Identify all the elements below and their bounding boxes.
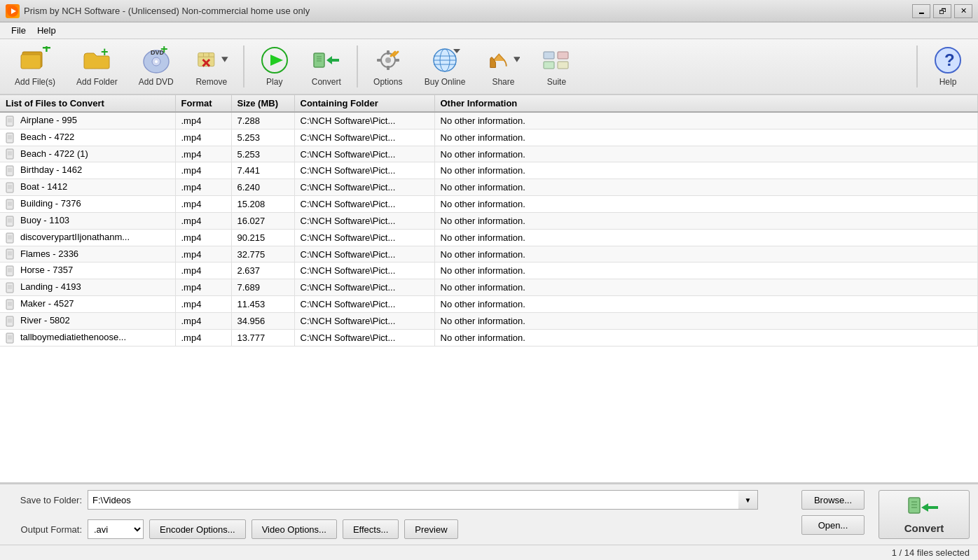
svg-rect-20	[314, 53, 324, 67]
file-list-container[interactable]: List of Files to Convert Format Size (MB…	[0, 95, 978, 483]
add-folder-button[interactable]: + Add Folder	[67, 43, 127, 90]
encoder-options-button[interactable]: Encoder Options...	[149, 519, 246, 539]
table-row[interactable]: Building - 7376.mp415.208C:\NCH Software…	[0, 196, 978, 213]
svg-text:+: +	[101, 46, 109, 59]
table-row[interactable]: Beach - 4722 (1).mp45.253C:\NCH Software…	[0, 146, 978, 162]
add-dvd-button[interactable]: DVD + Add DVD	[130, 43, 183, 90]
table-row[interactable]: Landing - 4193.mp47.689C:\NCH Software\P…	[0, 279, 978, 296]
svg-marker-19	[270, 55, 283, 66]
cell-format: .mp4	[175, 262, 231, 279]
help-label: Help	[939, 77, 957, 87]
save-folder-label: Save to Folder:	[8, 495, 82, 505]
file-icon	[6, 232, 18, 242]
cell-info: No other information.	[434, 179, 978, 196]
cell-size: 6.240	[231, 179, 294, 196]
cell-folder: C:\NCH Software\Pict...	[294, 296, 434, 313]
save-folder-input[interactable]	[88, 490, 758, 510]
add-files-button[interactable]: + Add File(s)	[6, 43, 64, 90]
cell-name: Maker - 4527	[0, 296, 175, 313]
suite-icon	[541, 46, 572, 74]
cell-size: 5.253	[231, 129, 294, 146]
table-row[interactable]: Birthday - 1462.mp47.441C:\NCH Software\…	[0, 162, 978, 179]
table-row[interactable]: Beach - 4722.mp45.253C:\NCH Software\Pic…	[0, 129, 978, 146]
cell-format: .mp4	[175, 279, 231, 296]
app-title: Prism by NCH Software - (Unlicensed) Non…	[24, 6, 310, 16]
svg-text:+: +	[42, 46, 50, 57]
cell-folder: C:\NCH Software\Pict...	[294, 329, 434, 346]
svg-rect-54	[6, 149, 13, 159]
status-bar: 1 / 14 files selected	[0, 545, 978, 560]
close-button[interactable]: ✕	[954, 4, 972, 18]
table-row[interactable]: Buoy - 1103.mp416.027C:\NCH Software\Pic…	[0, 212, 978, 229]
cell-size: 32.775	[231, 246, 294, 262]
main-area: List of Files to Convert Format Size (MB…	[0, 95, 978, 545]
cell-name: Horse - 7357	[0, 262, 175, 279]
table-row[interactable]: Flames - 2336.mp432.775C:\NCH Software\P…	[0, 246, 978, 262]
suite-button[interactable]: Suite	[532, 43, 581, 90]
folder-dropdown-button[interactable]: ▼	[738, 490, 758, 510]
col-name: List of Files to Convert	[0, 95, 175, 112]
preview-button[interactable]: Preview	[404, 519, 457, 539]
cell-format: .mp4	[175, 229, 231, 246]
svg-rect-40	[544, 52, 554, 59]
svg-rect-43	[558, 62, 568, 69]
file-icon	[6, 132, 18, 142]
remove-button[interactable]: Remove	[186, 43, 237, 90]
cell-format: .mp4	[175, 329, 231, 346]
share-button[interactable]: Share	[477, 43, 529, 90]
convert-large-button[interactable]: Convert	[879, 490, 970, 539]
buy-online-icon	[429, 46, 460, 74]
help-button[interactable]: ? Help	[923, 43, 972, 90]
file-icon	[6, 216, 18, 225]
cell-name: Landing - 4193	[0, 279, 175, 296]
window-controls: 🗕 🗗 ✕	[912, 4, 972, 18]
cell-format: .mp4	[175, 146, 231, 162]
cell-folder: C:\NCH Software\Pict...	[294, 129, 434, 146]
svg-rect-58	[6, 166, 13, 176]
cell-folder: C:\NCH Software\Pict...	[294, 229, 434, 246]
table-row[interactable]: discoverypartIIjonathanm....mp490.215C:\…	[0, 229, 978, 246]
convert-toolbar-label: Convert	[312, 77, 341, 87]
status-text: 1 / 14 files selected	[892, 547, 970, 558]
cell-name: Airplane - 995	[0, 112, 175, 129]
add-dvd-icon: DVD +	[141, 46, 172, 74]
table-row[interactable]: Maker - 4527.mp411.453C:\NCH Software\Pi…	[0, 296, 978, 313]
table-row[interactable]: Airplane - 995.mp47.288C:\NCH Software\P…	[0, 112, 978, 129]
cell-info: No other information.	[434, 246, 978, 262]
table-row[interactable]: Horse - 7357.mp42.637C:\NCH Software\Pic…	[0, 262, 978, 279]
cell-folder: C:\NCH Software\Pict...	[294, 262, 434, 279]
output-format-select[interactable]: .avi .mp4 .mov .mkv .wmv .flv .mpeg	[88, 519, 144, 539]
table-row[interactable]: River - 5802.mp434.956C:\NCH Software\Pi…	[0, 312, 978, 329]
browse-button[interactable]: Browse...	[801, 490, 865, 510]
menu-help[interactable]: Help	[32, 24, 62, 37]
svg-rect-78	[6, 249, 13, 259]
play-button[interactable]: Play	[250, 43, 299, 90]
svg-point-26	[385, 57, 391, 63]
convert-toolbar-button[interactable]: Convert	[302, 43, 351, 90]
cell-format: .mp4	[175, 112, 231, 129]
cell-format: .mp4	[175, 246, 231, 262]
menu-file[interactable]: File	[6, 24, 32, 37]
svg-rect-82	[6, 266, 13, 276]
separator-1	[243, 46, 245, 88]
video-options-button[interactable]: Video Options...	[252, 519, 337, 539]
effects-button[interactable]: Effects...	[343, 519, 399, 539]
svg-rect-50	[6, 133, 13, 143]
cell-info: No other information.	[434, 112, 978, 129]
options-button[interactable]: Options	[364, 43, 413, 90]
col-size: Size (MB)	[231, 95, 294, 112]
separator-2	[357, 46, 358, 88]
restore-button[interactable]: 🗗	[933, 4, 951, 18]
open-button[interactable]: Open...	[801, 515, 865, 535]
svg-text:?: ?	[944, 50, 955, 69]
minimize-button[interactable]: 🗕	[912, 4, 930, 18]
buy-online-button[interactable]: Buy Online	[415, 43, 475, 90]
table-row[interactable]: Boat - 1412.mp46.240C:\NCH Software\Pict…	[0, 179, 978, 196]
svg-rect-27	[387, 50, 390, 55]
svg-rect-90	[6, 300, 13, 309]
svg-rect-86	[6, 283, 13, 293]
table-row[interactable]: tallboymediatiethenoose....mp413.777C:\N…	[0, 329, 978, 346]
svg-text:+: +	[160, 46, 168, 56]
right-panel: Browse... Open...	[766, 490, 865, 535]
menu-bar: File Help	[0, 22, 978, 39]
